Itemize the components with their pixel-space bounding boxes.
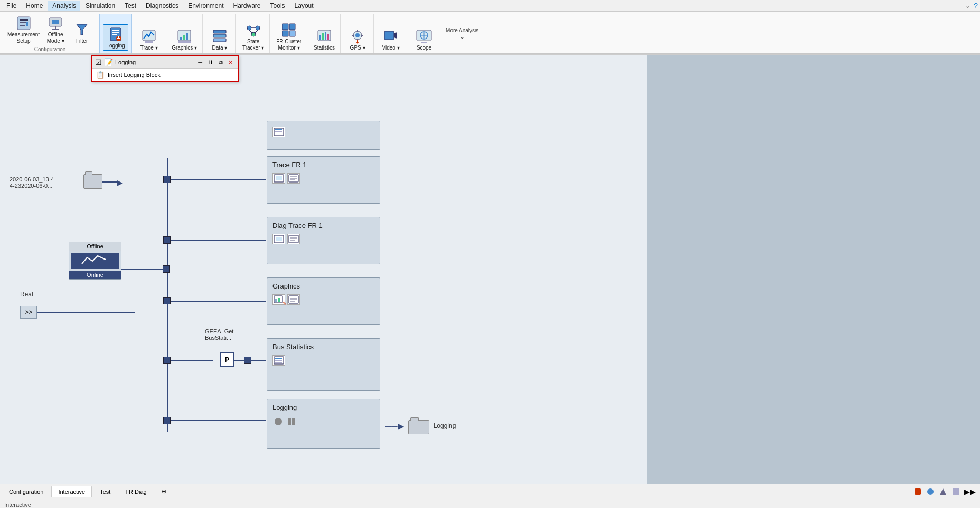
svg-rect-80	[275, 362, 282, 363]
menu-test[interactable]: Test	[120, 1, 140, 11]
logging-record-icon[interactable]	[275, 418, 282, 425]
folder-shape-top	[83, 174, 102, 189]
menu-environment[interactable]: Environment	[184, 1, 228, 11]
menu-hardware[interactable]: Hardware	[229, 1, 265, 11]
svg-rect-2	[20, 22, 26, 23]
main-vertical-line	[167, 158, 168, 432]
svg-rect-16	[117, 38, 120, 39]
menu-home[interactable]: Home	[22, 1, 47, 11]
help-icon[interactable]: ?	[974, 2, 978, 10]
top-block-view-icon[interactable]	[272, 127, 285, 137]
menu-layout[interactable]: Layout	[290, 1, 318, 11]
logging-dropdown: ☑ 📝 Logging ─ ⏸ ⧉ ✕ 📋 Insert Logging Blo…	[91, 55, 239, 82]
status-icon-1	[913, 487, 922, 496]
connector-bus-stats	[163, 357, 171, 364]
logging-block: Logging	[267, 399, 380, 449]
menu-diagnostics[interactable]: Diagnostics	[142, 1, 183, 11]
gps-button[interactable]: GPS ▾	[345, 27, 370, 52]
graphics-settings-icon[interactable]	[287, 294, 300, 305]
menu-simulation[interactable]: Simulation	[81, 1, 119, 11]
collapse-arrow[interactable]: ⌄	[965, 2, 970, 9]
measurement-setup-label: Measurement Setup	[7, 32, 40, 44]
trace-button[interactable]: Trace ▾	[136, 27, 162, 52]
tab-interactive[interactable]: Interactive	[51, 486, 92, 497]
data-label: Data ▾	[212, 45, 227, 51]
scroll-right-icon[interactable]: ▶▶	[964, 487, 976, 496]
line-trace	[171, 179, 266, 180]
canvas-content: 2020-06-03_13-4 4-232020-06-0... ▶ Offli…	[0, 55, 647, 484]
tab-configuration[interactable]: Configuration	[2, 486, 50, 497]
svg-rect-84	[915, 488, 921, 495]
graphics-view-icon[interactable]: ✎	[272, 294, 285, 305]
connector-logging	[163, 417, 171, 424]
scope-label: Scope	[417, 45, 431, 51]
video-button[interactable]: Video ▾	[378, 27, 403, 52]
logging-output-arrow: ──▶	[385, 421, 404, 431]
svg-rect-82	[275, 129, 282, 130]
tab-add[interactable]: ⊕	[155, 485, 173, 497]
mode-to-vertical-line	[121, 269, 167, 270]
trace-fr1-view-icon[interactable]	[272, 173, 285, 184]
folder-icon-top	[83, 174, 102, 189]
state-tracker-button[interactable]: StateTracker ▾	[240, 21, 266, 52]
logging-output-label: Logging	[434, 422, 456, 429]
diag-trace-fr1-view-icon[interactable]	[272, 234, 285, 244]
svg-rect-4	[26, 22, 28, 26]
more-analysis-button[interactable]: More Analysis ⌄	[441, 14, 483, 53]
tab-test[interactable]: Test	[93, 486, 117, 497]
svg-point-43	[355, 33, 360, 37]
status-icon-4	[951, 487, 960, 496]
arrow-button[interactable]: >>	[20, 306, 37, 319]
insert-logging-block-item[interactable]: 📋 Insert Logging Block	[92, 69, 238, 81]
svg-rect-13	[112, 34, 117, 35]
ribbon-group-logging: Logging	[99, 14, 132, 53]
diag-trace-fr1-block: Diag Trace FR 1	[267, 217, 380, 264]
scope-button[interactable]: Scope	[411, 27, 437, 52]
logging-pause-icon[interactable]	[288, 418, 295, 425]
more-analysis-label: More Analysis	[446, 27, 478, 33]
graphics-button[interactable]: Graphics ▾	[169, 27, 199, 52]
more-analysis-icon: ⌄	[460, 33, 465, 40]
trace-fr1-settings-icon[interactable]	[287, 173, 300, 184]
main-area: 2020-06-03_13-4 4-232020-06-0... ▶ Offli…	[0, 55, 980, 484]
menu-file[interactable]: File	[2, 1, 21, 11]
logging-output-folder	[408, 417, 429, 434]
offline-mode-button[interactable]: OfflineMode ▾	[43, 14, 68, 45]
svg-rect-22	[186, 33, 188, 40]
menu-analysis[interactable]: Analysis	[48, 1, 80, 11]
minimize-icon[interactable]: ─	[196, 59, 204, 65]
svg-rect-23	[178, 41, 191, 43]
scope-icon	[416, 28, 432, 45]
logging-block-icons	[267, 414, 380, 432]
fr-cluster-button[interactable]: FR ClusterMonitor ▾	[274, 21, 304, 52]
measurement-setup-button[interactable]: Measurement Setup	[5, 14, 42, 45]
logging-header-checkbox[interactable]: ☑	[95, 58, 102, 66]
offline-mode-icon	[47, 15, 64, 32]
bus-statistics-view-icon[interactable]	[272, 355, 285, 366]
folder-arrow-head: ▶	[117, 178, 123, 187]
video-label: Video ▾	[382, 45, 399, 51]
svg-rect-71	[275, 299, 277, 302]
real-label: Real	[20, 291, 33, 298]
logging-button[interactable]: Logging	[103, 24, 128, 51]
svg-rect-72	[278, 298, 280, 302]
ribbon-group-configuration: Measurement Setup OfflineMode ▾	[2, 14, 98, 53]
filter-button[interactable]: Filter	[69, 20, 95, 45]
svg-rect-6	[52, 20, 59, 24]
menu-tools[interactable]: Tools	[266, 1, 289, 11]
logging-icon	[107, 26, 124, 43]
diag-trace-fr1-settings-icon[interactable]	[287, 234, 300, 244]
svg-rect-38	[319, 35, 321, 40]
statistics-button[interactable]: Statistics	[312, 27, 337, 52]
status-icon-2	[926, 487, 935, 496]
copy-icon[interactable]: ⧉	[217, 59, 224, 66]
close-icon[interactable]: ✕	[227, 59, 234, 66]
trace-fr1-icons	[267, 171, 380, 188]
status-interactive-label: Interactive	[4, 502, 31, 508]
data-button[interactable]: Data ▾	[207, 27, 232, 52]
pause-icon[interactable]: ⏸	[206, 59, 215, 65]
svg-rect-78	[275, 358, 282, 359]
tab-fr-diag[interactable]: FR Diag	[118, 486, 153, 497]
svg-rect-39	[322, 33, 324, 40]
canvas-area: 2020-06-03_13-4 4-232020-06-0... ▶ Offli…	[0, 55, 647, 484]
